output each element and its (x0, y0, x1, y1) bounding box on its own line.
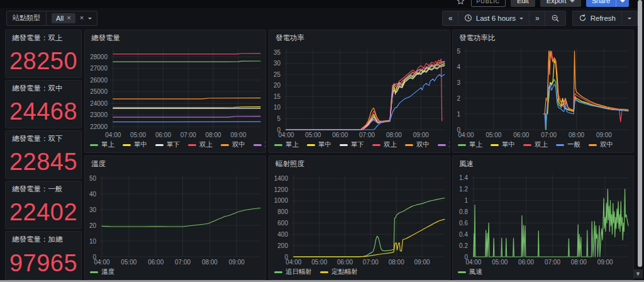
filter-value-chip: All × (52, 13, 75, 23)
filter-label: 站點類型 (7, 11, 47, 25)
share-button[interactable]: Share (586, 0, 616, 7)
clear-all-icon[interactable]: × (80, 14, 84, 21)
legend-item[interactable]: 双中 (589, 140, 613, 149)
svg-text:05:00: 05:00 (130, 132, 146, 138)
chart-canvas[interactable]: 2200023000240002500026000270002800004:00… (85, 45, 265, 140)
legend-item[interactable]: 双下 (438, 140, 450, 149)
legend-label: 双上 (384, 140, 397, 149)
stat-value: 22402 (6, 196, 81, 228)
svg-text:0.6: 0.6 (459, 220, 468, 227)
legend-item[interactable]: 双上 (372, 140, 397, 149)
svg-text:600: 600 (277, 220, 288, 227)
legend-item[interactable]: 風速 (458, 268, 482, 276)
filter-select[interactable]: All × × (47, 11, 97, 25)
svg-text:1000: 1000 (274, 197, 289, 204)
chart-canvas[interactable]: 0510152025303504:0005:0006:0007:0008:000… (269, 45, 450, 140)
remove-chip-icon[interactable]: × (67, 14, 70, 21)
legend-color-swatch (274, 271, 282, 273)
legend-item[interactable]: 單下 (340, 140, 364, 149)
stat-panel-total-sum: 總發電量：加總 97965 (5, 231, 82, 280)
svg-text:05:00: 05:00 (305, 132, 321, 138)
refresh-button[interactable]: Refresh (573, 11, 621, 25)
chart-canvas[interactable]: 0102030405004:0005:0006:0007:0008:0009:0… (85, 171, 265, 267)
svg-text:27000: 27000 (90, 65, 108, 72)
legend-label: 風速 (469, 268, 482, 276)
panel-title[interactable]: 總發電量 (85, 30, 265, 45)
time-shift-back-button[interactable]: « (443, 11, 458, 25)
chart-canvas[interactable]: 01234504:0005:0006:0007:0008:0009:00 (453, 45, 633, 140)
refresh-interval-dropdown[interactable] (621, 11, 637, 25)
legend-color-swatch (491, 144, 499, 146)
legend-label: 單上 (469, 140, 482, 149)
svg-text:06:00: 06:00 (148, 259, 164, 266)
svg-text:1.4: 1.4 (459, 174, 468, 181)
legend-item[interactable]: 溫度 (90, 268, 114, 276)
svg-text:1200: 1200 (274, 186, 289, 193)
svg-text:15: 15 (274, 93, 281, 100)
edit-button[interactable]: Edit (511, 0, 535, 7)
share-split-button: Share (586, 0, 629, 7)
svg-text:08:00: 08:00 (206, 132, 221, 138)
vertical-scrollbar-thumb[interactable] (638, 0, 642, 267)
svg-text:08:00: 08:00 (202, 259, 218, 266)
svg-text:2: 2 (457, 95, 460, 102)
share-dropdown-button[interactable] (616, 0, 629, 7)
legend-item[interactable]: 單下 (155, 140, 180, 149)
panel-title[interactable]: 風速 (453, 156, 633, 171)
legend-item[interactable]: 單中 (491, 140, 515, 149)
panel-title[interactable]: 輻射照度 (269, 156, 450, 171)
legend-label: 双中 (416, 140, 430, 149)
legend-item[interactable]: 單上 (458, 140, 482, 149)
legend-color-swatch (90, 271, 98, 273)
legend-item[interactable]: 單中 (307, 140, 331, 149)
panel-title[interactable]: 總發電量：双中 (6, 81, 81, 96)
legend-color-swatch (253, 144, 262, 146)
legend-item[interactable]: 單上 (90, 140, 114, 149)
chart-canvas[interactable]: 00.20.40.60.811.21.404:0005:0006:0007:00… (453, 171, 633, 267)
legend-item[interactable]: 定點輻射 (320, 268, 358, 276)
export-button-label: Export (547, 0, 567, 4)
panel-title[interactable]: 發電功率 (269, 30, 450, 45)
panel-title[interactable]: 總發電量：双下 (6, 131, 81, 146)
svg-text:0.8: 0.8 (459, 208, 468, 215)
favorite-star-button[interactable] (455, 0, 466, 7)
legend-label: 双上 (199, 140, 213, 149)
export-button[interactable]: Export (540, 0, 581, 7)
legend-item[interactable]: 双下 (253, 140, 265, 149)
svg-text:09:00: 09:00 (229, 259, 245, 266)
chart-canvas[interactable]: 020040060080010001200140004:0005:0006:00… (269, 171, 450, 267)
legend-item[interactable]: 双中 (405, 140, 430, 149)
legend-item[interactable]: 双中 (221, 140, 245, 149)
svg-text:1400: 1400 (274, 175, 289, 182)
svg-text:07:00: 07:00 (541, 132, 557, 138)
legend-label: 溫度 (101, 268, 114, 276)
legend-label: 一般 (567, 140, 580, 149)
legend-item[interactable]: 追日輻射 (274, 268, 312, 276)
legend-item[interactable]: 双上 (188, 140, 213, 149)
svg-text:1: 1 (464, 197, 468, 204)
zoom-out-time-button[interactable] (545, 11, 565, 25)
legend-item[interactable]: 一般 (556, 140, 580, 149)
svg-text:05:00: 05:00 (311, 259, 327, 266)
panel-title[interactable]: 總發電量：一般 (6, 181, 81, 196)
legend-item[interactable]: 單中 (123, 140, 147, 149)
legend-item[interactable]: 双上 (523, 140, 548, 149)
svg-text:50: 50 (89, 175, 97, 182)
legend-label: 單中 (502, 140, 515, 149)
panel-title[interactable]: 溫度 (85, 156, 265, 171)
panel-title[interactable]: 總發電量：双上 (6, 30, 81, 45)
legend-label: 單中 (318, 140, 331, 149)
svg-text:1: 1 (457, 111, 460, 118)
panel-title[interactable]: 總發電量：加總 (6, 232, 81, 247)
double-chevron-left-icon: « (448, 14, 452, 23)
svg-text:4: 4 (457, 64, 460, 70)
legend-color-swatch (188, 144, 196, 146)
refresh-button-label: Refresh (591, 14, 616, 22)
panel-title[interactable]: 發電功率比 (453, 30, 633, 45)
legend-label: 追日輻射 (286, 268, 312, 276)
legend-item[interactable]: 單上 (274, 140, 299, 149)
svg-text:05:00: 05:00 (121, 259, 136, 266)
scroll-down-button[interactable]: ▼ (633, 269, 643, 278)
time-range-picker-button[interactable]: Last 6 hours (458, 11, 529, 25)
time-shift-forward-button[interactable]: » (529, 11, 545, 25)
